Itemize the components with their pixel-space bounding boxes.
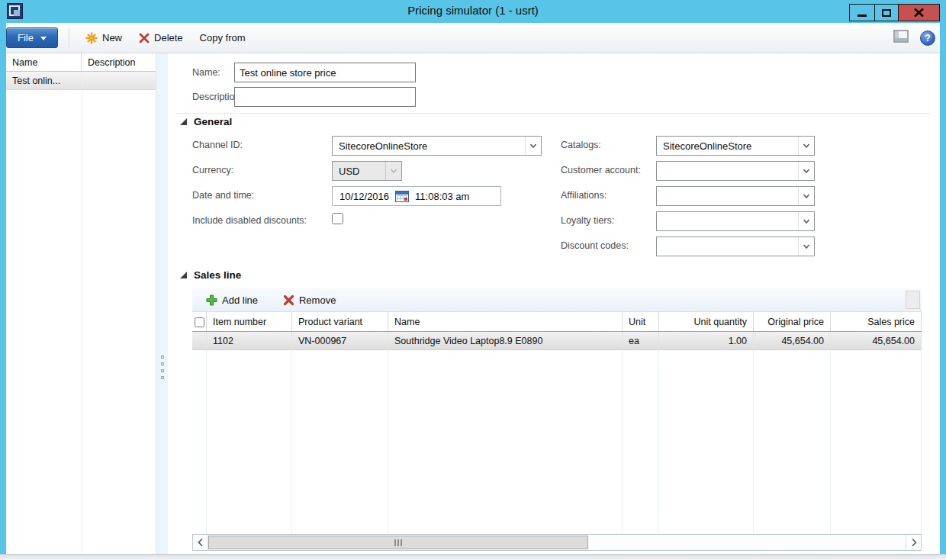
column-header-product-variant[interactable]: Product variant <box>292 312 388 331</box>
general-section-header[interactable]: General <box>180 116 232 127</box>
sales-line-grid: Add line Remove Item number P <box>192 288 922 551</box>
section-expanded-icon <box>180 118 187 125</box>
column-header-unit[interactable]: Unit <box>623 312 659 331</box>
sales-line-section-title: Sales line <box>194 269 241 281</box>
dropdown-icon[interactable] <box>798 237 814 256</box>
help-icon: ? <box>925 32 931 43</box>
discount-codes-value <box>657 237 798 256</box>
panel-splitter[interactable] <box>156 53 168 554</box>
add-line-label: Add line <box>222 294 258 306</box>
horizontal-scrollbar[interactable] <box>192 534 922 551</box>
column-header-original-price[interactable]: Original price <box>754 312 831 331</box>
toolbar-right-group: ? <box>893 30 935 46</box>
dropdown-icon[interactable] <box>798 187 814 205</box>
dropdown-icon[interactable] <box>798 137 814 155</box>
row-select-cell[interactable] <box>192 332 207 349</box>
grid-vertical-scrollbar[interactable] <box>906 291 920 309</box>
dropdown-icon[interactable] <box>525 137 541 155</box>
window-border-bottom <box>0 554 946 560</box>
maximize-icon <box>882 9 891 17</box>
scroll-right-button[interactable] <box>906 535 921 550</box>
cell-name[interactable]: Southridge Video Laptop8.9 E0890 <box>388 332 623 349</box>
records-column-description[interactable]: Description <box>82 53 156 71</box>
maximize-button[interactable] <box>874 4 899 21</box>
grid-toolbar: Add line Remove <box>192 288 922 312</box>
cell-unit-quantity[interactable]: 1.00 <box>659 332 754 349</box>
records-column-divider <box>82 72 82 554</box>
delete-button[interactable]: Delete <box>130 29 191 47</box>
form-divider <box>175 113 931 114</box>
loyalty-tiers-combobox[interactable] <box>656 211 815 231</box>
minimize-icon <box>858 14 867 17</box>
customer-account-combobox[interactable] <box>656 161 815 181</box>
file-menu-label: File <box>18 32 34 43</box>
column-header-name[interactable]: Name <box>388 312 623 331</box>
calendar-icon[interactable] <box>395 191 409 202</box>
affiliations-combobox[interactable] <box>656 186 815 206</box>
file-caret-icon <box>40 37 47 40</box>
cell-unit[interactable]: ea <box>623 332 659 349</box>
remove-icon <box>283 294 294 306</box>
channel-id-combobox[interactable]: SitecoreOnlineStore <box>332 136 542 156</box>
help-button[interactable]: ? <box>920 31 935 46</box>
file-menu-button[interactable]: File <box>6 27 58 48</box>
splitter-grip-icon[interactable] <box>161 356 164 379</box>
titlebar: Pricing simulator (1 - usrt) <box>0 0 946 23</box>
dropdown-icon[interactable] <box>798 212 814 230</box>
table-row[interactable]: 1102 VN-000967 Southridge Video Laptop8.… <box>192 332 922 350</box>
scroll-thumb[interactable] <box>208 536 588 549</box>
copy-from-button[interactable]: Copy from <box>191 29 254 47</box>
layout-panel-icon <box>893 30 909 43</box>
record-description-cell[interactable] <box>82 72 88 89</box>
column-header-unit-quantity[interactable]: Unit quantity <box>659 312 754 331</box>
currency-value: USD <box>333 162 385 180</box>
remove-button[interactable]: Remove <box>283 294 336 306</box>
sales-line-section-header[interactable]: Sales line <box>180 269 241 281</box>
loyalty-tiers-value <box>657 212 798 230</box>
date-value[interactable]: 10/12/2016 <box>339 191 389 202</box>
description-input[interactable] <box>234 87 416 107</box>
close-button[interactable] <box>898 4 940 21</box>
records-column-name[interactable]: Name <box>6 53 82 71</box>
dropdown-icon[interactable] <box>798 162 814 180</box>
channel-id-value: SitecoreOnlineStore <box>333 137 525 155</box>
minimize-button[interactable] <box>849 4 875 21</box>
dropdown-icon-disabled <box>385 162 401 180</box>
select-all-checkbox[interactable] <box>195 317 204 327</box>
layout-panel-button[interactable] <box>893 30 909 46</box>
affiliations-label: Affiliations: <box>561 190 607 201</box>
catalogs-label: Catalogs: <box>561 140 601 150</box>
discount-codes-label: Discount codes: <box>561 240 629 251</box>
scroll-left-button[interactable] <box>193 535 208 550</box>
currency-combobox: USD <box>332 161 402 181</box>
column-header-sales-price[interactable]: Sales price <box>831 312 922 331</box>
discount-codes-combobox[interactable] <box>656 237 815 256</box>
time-value[interactable]: 11:08:03 am <box>415 191 469 202</box>
cell-item-number[interactable]: 1102 <box>207 332 292 349</box>
window-title: Pricing simulator (1 - usrt) <box>0 4 946 17</box>
affiliations-value <box>657 187 798 205</box>
customer-account-label: Customer account: <box>561 165 641 175</box>
copy-from-button-label: Copy from <box>200 32 246 43</box>
new-button[interactable]: New <box>77 29 130 47</box>
date-time-field[interactable]: 10/12/2016 11:08:03 am <box>332 186 501 206</box>
add-line-button[interactable]: Add line <box>206 294 258 306</box>
record-name-cell[interactable]: Test onlin... <box>6 72 82 89</box>
catalogs-combobox[interactable]: SitecoreOnlineStore <box>656 136 815 156</box>
close-icon <box>913 8 925 18</box>
name-input[interactable] <box>234 63 416 82</box>
date-time-label: Date and time: <box>192 190 254 201</box>
main-area: Name Description Test onlin... Name: Des… <box>6 53 940 554</box>
window-border-right <box>940 23 946 554</box>
window-border-left <box>0 23 6 554</box>
delete-button-label: Delete <box>154 32 183 43</box>
column-header-item-number[interactable]: Item number <box>207 312 292 331</box>
cell-original-price[interactable]: 45,654.00 <box>754 332 831 349</box>
include-disabled-discounts-checkbox[interactable] <box>332 213 343 224</box>
grid-empty-area <box>192 350 922 534</box>
scroll-right-icon <box>910 538 918 547</box>
toolbar-separator <box>69 28 69 48</box>
catalogs-value: SitecoreOnlineStore <box>657 137 798 155</box>
cell-sales-price[interactable]: 45,654.00 <box>831 332 922 349</box>
cell-product-variant[interactable]: VN-000967 <box>292 332 388 349</box>
